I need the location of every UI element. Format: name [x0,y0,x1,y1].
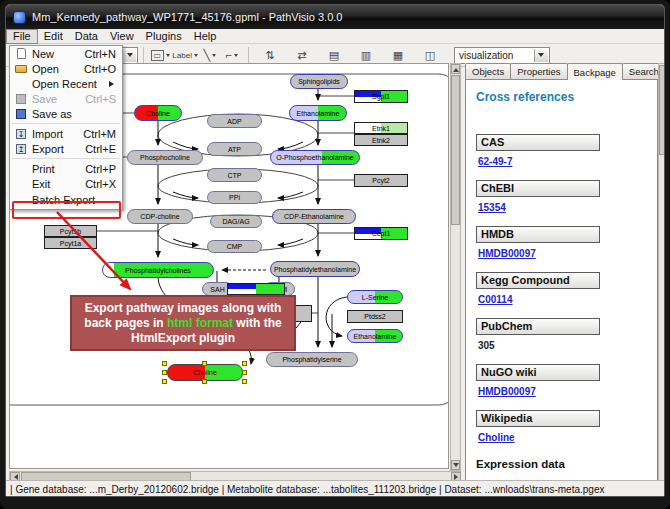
selected-node-group[interactable]: Choline [162,361,248,384]
file-menu-item-import[interactable]: ↧ Import Ctrl+M [10,126,122,141]
node-phosphatidylserine[interactable]: Phosphatidylserine [266,352,358,367]
node-ppi[interactable]: PPi [207,191,262,204]
node-adp[interactable]: ADP [207,114,262,128]
menu-separator [12,123,120,124]
line-tool-button[interactable]: ╲ [200,46,220,64]
file-menu-item-export[interactable]: ↥ Export Ctrl+E [10,141,122,156]
node-atp[interactable]: ATP [207,142,262,156]
gene-node-pcyt1a[interactable]: Pcyt1a [44,237,97,249]
gene-node-pcyt1b[interactable]: Pcyt1b [44,225,97,237]
node-sphingolipids[interactable]: Sphingolipids [290,74,348,89]
side-panel: Objects Properties Backpage Search Legen… [465,63,658,481]
menu-data[interactable]: Data [69,29,104,44]
xref-source-hmdb: HMDB [476,226,600,243]
xref-source-cas: CAS [476,134,600,151]
xref-link-nugo[interactable]: HMDB00097 [478,386,536,397]
node-phosphocholine[interactable]: Phosphocholine [127,150,203,165]
node-ethanolamine-2[interactable]: Ethanolamine [347,329,403,343]
gene-node-pcyt2[interactable]: Pcyt2 [354,174,408,187]
node-cdp-choline[interactable]: CDP-choline [127,209,193,224]
node-cmp[interactable]: CMP [207,240,262,253]
menu-plugins[interactable]: Plugins [140,29,188,44]
selection-handle[interactable] [162,370,167,375]
xref-link-kegg[interactable]: C00114 [478,294,512,305]
menu-edit[interactable]: Edit [38,29,69,44]
status-bar: | Gene database: ...m_Derby_20120602.bri… [6,480,665,497]
selection-handle[interactable] [162,361,167,366]
vertical-scroll-thumb[interactable] [451,75,460,225]
cross-references-heading: Cross references [476,90,657,104]
file-menu-item-open[interactable]: Open Ctrl+O [10,61,122,76]
file-menu-item-exit[interactable]: Exit Ctrl+X [10,176,122,191]
node-phosphatidylcholines[interactable]: Phosphatidylcholines [102,262,214,278]
label-tool-button[interactable]: Label [172,46,198,64]
node-phosphatidylethanolamine[interactable]: Phosphatidylethanolamine [270,261,360,277]
gene-node-ptdss2[interactable]: Ptdss2 [347,310,403,323]
new-file-icon [10,48,32,59]
gene-node-etnk2[interactable]: Etnk2 [354,134,408,146]
node-ctp[interactable]: CTP [207,168,262,182]
node-dag[interactable]: DAG/AG [210,215,262,228]
tab-properties[interactable]: Properties [510,63,567,80]
selection-handle[interactable] [242,379,247,384]
selection-handle[interactable] [242,370,247,375]
tab-backpage[interactable]: Backpage [567,63,623,80]
visualization-value: visualization [459,50,513,61]
node-choline[interactable]: Choline [134,105,182,121]
canvas-vertical-scrollbar[interactable] [450,63,461,471]
submenu-arrow-icon [109,81,122,87]
common-height-button[interactable]: ◫ [420,46,440,64]
side-panel-scroll-thumb[interactable] [659,65,665,155]
import-icon: ↧ [10,129,32,139]
file-menu-item-new[interactable]: New Ctrl+N [10,46,122,61]
align-vertical-button[interactable]: ⇄ [292,46,312,64]
selection-handle[interactable] [202,361,207,366]
tab-objects[interactable]: Objects [465,63,511,80]
selection-handle[interactable] [242,361,247,366]
selection-handle[interactable] [202,379,207,384]
node-cdp-ethanolamine[interactable]: CDP-Ethanolamine [272,209,356,224]
title-bar[interactable]: Mm_Kennedy_pathway_WP1771_45176.gpml - P… [6,5,665,29]
file-menu-item-open-recent[interactable]: Open Recent [10,76,122,91]
side-panel-tabs: Objects Properties Backpage Search Legen… [465,63,665,80]
common-width-button[interactable]: ▦ [388,46,408,64]
xref-link-chebi[interactable]: 15354 [478,202,506,213]
save-as-disk-icon [10,109,32,119]
batch-export-highlight-box [12,201,121,219]
save-disk-icon [10,94,32,104]
side-panel-scrollbar[interactable] [658,63,665,481]
align-horizontal-button[interactable]: ⇅ [260,46,280,64]
gene-node-etnk1[interactable]: Etnk1 [354,122,408,134]
node-o-phosphoethanolamine[interactable]: O-Phosphoethanolamine [270,150,360,165]
xref-link-hmdb[interactable]: HMDB00097 [478,248,536,259]
xref-source-chebi: ChEBI [476,180,600,197]
xref-value-pubchem: 305 [478,340,495,351]
stack-vertical-button[interactable]: ▤ [324,46,344,64]
file-menu-item-save-as[interactable]: Save as [10,106,122,121]
visualization-dropdown-icon[interactable] [534,49,548,62]
node-ethanolamine[interactable]: Ethanolamine [289,105,347,121]
xref-link-wikipedia[interactable]: Choline [478,432,515,443]
stack-horizontal-button[interactable]: ▥ [356,46,376,64]
menu-bar: File Edit Data View Plugins Help [6,29,665,44]
connector-tool-button[interactable]: ⌐ [222,46,242,64]
gene-node-cept1[interactable]: Cept1 [354,227,408,240]
scroll-up-icon[interactable] [451,64,460,74]
gene-node-sgpl1[interactable]: Sgpl1 [354,90,408,103]
gene-node-partially-hidden[interactable] [227,283,285,295]
selection-handle[interactable] [162,379,167,384]
callout-highlight-text: html format [167,316,233,330]
open-folder-icon [10,65,32,73]
xref-link-cas[interactable]: 62-49-7 [478,156,512,167]
zoom-dropdown-icon[interactable] [122,49,136,62]
expression-data-heading: Expression data [476,458,657,470]
menu-file[interactable]: File [6,29,38,44]
scroll-down-icon[interactable] [451,460,460,470]
menu-separator [12,158,120,159]
node-l-serine[interactable]: L-Serine [347,290,403,304]
menu-help[interactable]: Help [188,29,223,44]
menu-view[interactable]: View [104,29,140,44]
file-menu-item-print[interactable]: Print Ctrl+P [10,161,122,176]
visualization-combobox[interactable]: visualization [454,47,550,64]
datanode-tool-button[interactable]: ▭ [150,46,170,64]
